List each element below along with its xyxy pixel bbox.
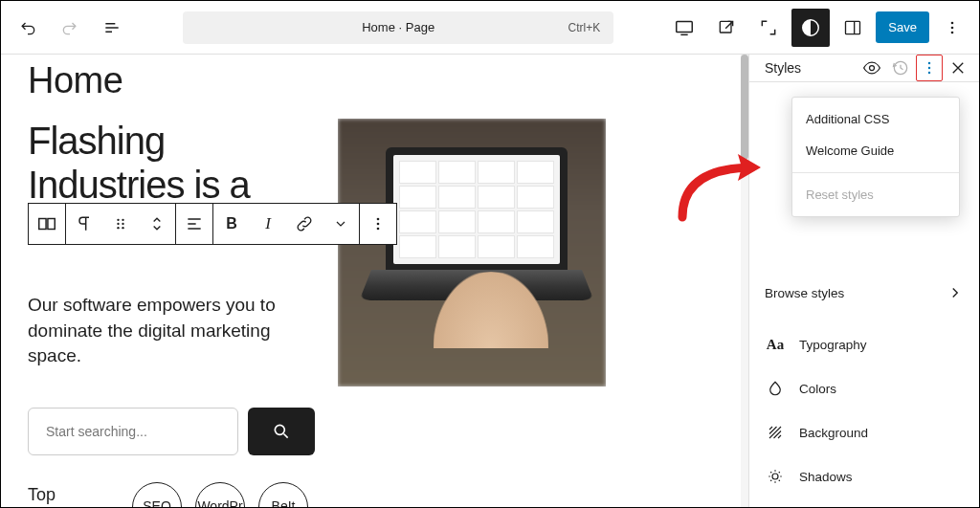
svg-point-22 bbox=[928, 67, 931, 70]
sidebar-item-label: Background bbox=[799, 426, 868, 440]
block-type-button[interactable] bbox=[29, 204, 65, 244]
colors-icon bbox=[765, 380, 786, 397]
browse-styles-label: Browse styles bbox=[765, 286, 844, 300]
svg-point-19 bbox=[870, 66, 875, 71]
shadows-icon bbox=[765, 468, 786, 485]
sidebar-item-layout[interactable]: Layout bbox=[765, 501, 964, 507]
category-chip[interactable]: BeIt bbox=[258, 482, 308, 507]
sidebar-item-label: Colors bbox=[799, 382, 836, 396]
document-title-text: Home · Page bbox=[362, 20, 434, 34]
styles-more-menu-button[interactable] bbox=[916, 55, 943, 81]
svg-point-12 bbox=[117, 223, 119, 225]
styles-toggle-button[interactable] bbox=[791, 9, 830, 47]
svg-point-10 bbox=[117, 219, 119, 221]
bold-button[interactable]: B bbox=[213, 204, 250, 244]
sidebar-item-background[interactable]: Background bbox=[765, 413, 964, 452]
editor-canvas[interactable]: Home Flashing Industries is a revolution… bbox=[1, 60, 748, 507]
command-shortcut: Ctrl+K bbox=[568, 21, 600, 34]
more-rich-text-button[interactable] bbox=[323, 204, 359, 244]
category-chip[interactable]: SEO bbox=[132, 482, 182, 507]
view-link-button[interactable] bbox=[707, 9, 746, 47]
editor-top-bar: Home · Page Ctrl+K Save bbox=[1, 1, 979, 55]
hero-image[interactable] bbox=[338, 119, 606, 387]
hero-paragraph[interactable]: Our software empowers you to dominate th… bbox=[28, 293, 315, 369]
save-button[interactable]: Save bbox=[876, 11, 929, 43]
svg-rect-9 bbox=[48, 219, 55, 230]
dropdown-item-additional-css[interactable]: Additional CSS bbox=[792, 103, 959, 135]
block-toolbar: B I bbox=[28, 203, 397, 245]
svg-point-7 bbox=[275, 425, 284, 434]
sidebar-item-typography[interactable]: Aa Typography bbox=[765, 325, 964, 364]
document-overview-button[interactable] bbox=[93, 9, 131, 47]
svg-point-13 bbox=[122, 223, 123, 225]
browse-styles-button[interactable]: Browse styles bbox=[765, 274, 964, 312]
search-input[interactable]: Start searching... bbox=[28, 408, 238, 455]
svg-point-14 bbox=[117, 227, 119, 229]
italic-button[interactable]: I bbox=[250, 204, 286, 244]
zoom-button[interactable] bbox=[749, 9, 788, 47]
svg-point-16 bbox=[377, 218, 380, 221]
sidebar-title: Styles bbox=[765, 60, 858, 76]
document-title-bar[interactable]: Home · Page Ctrl+K bbox=[183, 11, 613, 44]
svg-rect-0 bbox=[677, 21, 693, 32]
svg-point-18 bbox=[377, 228, 380, 231]
link-button[interactable] bbox=[286, 204, 323, 244]
typography-icon: Aa bbox=[765, 337, 786, 353]
svg-point-4 bbox=[951, 21, 954, 24]
svg-point-11 bbox=[122, 219, 123, 221]
undo-button[interactable] bbox=[9, 9, 47, 47]
revisions-button[interactable] bbox=[887, 55, 914, 81]
svg-point-6 bbox=[951, 31, 954, 33]
styles-sidebar: Styles Addit bbox=[749, 55, 979, 507]
dropdown-item-reset-styles: Reset styles bbox=[792, 179, 959, 210]
sidebar-item-shadows[interactable]: Shadows bbox=[765, 457, 964, 496]
svg-rect-8 bbox=[39, 219, 46, 230]
dropdown-separator bbox=[792, 172, 959, 173]
svg-point-5 bbox=[951, 26, 954, 29]
view-desktop-button[interactable] bbox=[665, 9, 703, 47]
background-icon bbox=[765, 424, 786, 441]
svg-point-24 bbox=[772, 474, 778, 479]
redo-button[interactable] bbox=[51, 9, 89, 47]
options-button[interactable] bbox=[933, 9, 971, 47]
svg-rect-1 bbox=[721, 21, 732, 33]
align-button[interactable] bbox=[176, 204, 212, 244]
svg-point-17 bbox=[377, 223, 380, 226]
settings-toggle-button[interactable] bbox=[834, 9, 872, 47]
category-chip[interactable]: WordPr bbox=[195, 482, 245, 507]
move-button[interactable] bbox=[139, 204, 175, 244]
paragraph-block-icon[interactable] bbox=[66, 204, 102, 244]
svg-point-21 bbox=[928, 62, 931, 65]
sidebar-item-colors[interactable]: Colors bbox=[765, 369, 964, 408]
block-options-button[interactable] bbox=[360, 204, 396, 244]
categories-label: Top categories: bbox=[28, 484, 119, 507]
drag-handle-icon[interactable] bbox=[102, 204, 139, 244]
chevron-right-icon bbox=[947, 284, 964, 301]
style-book-button[interactable] bbox=[858, 55, 885, 81]
sidebar-item-label: Shadows bbox=[799, 470, 853, 484]
svg-point-15 bbox=[122, 227, 123, 229]
dropdown-item-welcome-guide[interactable]: Welcome Guide bbox=[792, 135, 959, 166]
close-sidebar-button[interactable] bbox=[945, 55, 971, 81]
svg-point-23 bbox=[928, 72, 931, 75]
sidebar-item-label: Typography bbox=[799, 338, 867, 352]
canvas-scrollbar[interactable] bbox=[741, 55, 748, 507]
svg-rect-3 bbox=[846, 21, 860, 33]
search-button[interactable] bbox=[248, 408, 315, 455]
styles-more-dropdown: Additional CSS Welcome Guide Reset style… bbox=[791, 97, 960, 217]
page-title: Home bbox=[28, 60, 722, 101]
